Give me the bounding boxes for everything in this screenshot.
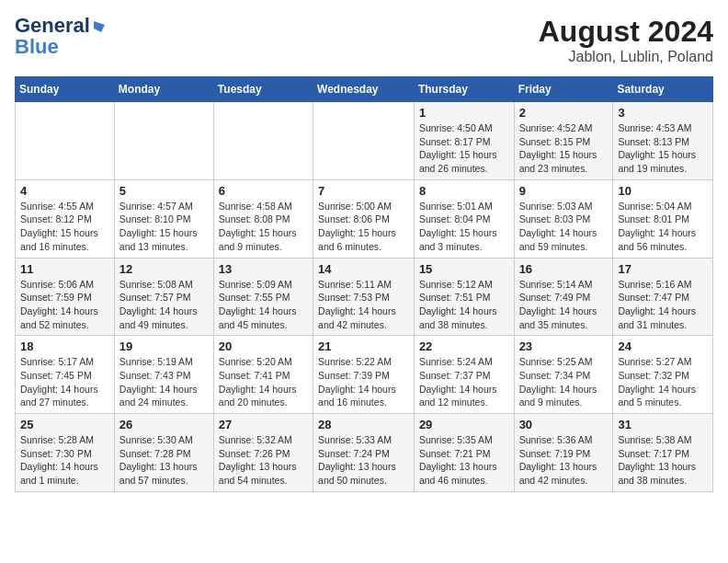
- day-number: 13: [219, 262, 308, 276]
- page-subtitle: Jablon, Lublin, Poland: [539, 49, 713, 65]
- day-info: Sunrise: 5:16 AMSunset: 7:47 PMDaylight:…: [618, 278, 708, 332]
- day-number: 18: [20, 339, 109, 353]
- day-cell: 8Sunrise: 5:01 AMSunset: 8:04 PMDaylight…: [414, 179, 514, 258]
- col-header-tuesday: Tuesday: [213, 77, 313, 102]
- day-number: 30: [519, 418, 609, 431]
- day-info: Sunrise: 5:32 AMSunset: 7:26 PMDaylight:…: [219, 433, 308, 488]
- day-cell: 29Sunrise: 5:35 AMSunset: 7:21 PMDayligh…: [414, 414, 514, 492]
- day-info: Sunrise: 5:14 AMSunset: 7:49 PMDaylight:…: [519, 278, 609, 332]
- day-info: Sunrise: 5:17 AMSunset: 7:45 PMDaylight:…: [20, 355, 109, 409]
- day-info: Sunrise: 5:12 AMSunset: 7:51 PMDaylight:…: [419, 278, 509, 332]
- day-info: Sunrise: 4:52 AMSunset: 8:15 PMDaylight:…: [519, 121, 609, 176]
- day-info: Sunrise: 4:55 AMSunset: 8:12 PMDaylight:…: [20, 200, 109, 254]
- day-cell: 20Sunrise: 5:20 AMSunset: 7:41 PMDayligh…: [213, 336, 313, 414]
- day-info: Sunrise: 5:11 AMSunset: 7:53 PMDaylight:…: [318, 278, 409, 332]
- day-info: Sunrise: 5:04 AMSunset: 8:01 PMDaylight:…: [618, 200, 708, 254]
- day-cell: 2Sunrise: 4:52 AMSunset: 8:15 PMDaylight…: [514, 102, 613, 180]
- day-cell: 28Sunrise: 5:33 AMSunset: 7:24 PMDayligh…: [313, 414, 415, 492]
- day-number: 1: [419, 106, 509, 120]
- day-cell: 25Sunrise: 5:28 AMSunset: 7:30 PMDayligh…: [16, 414, 115, 492]
- page-header: General Blue August 2024 Jablon, Lublin,…: [15, 15, 713, 65]
- day-info: Sunrise: 5:27 AMSunset: 7:32 PMDaylight:…: [618, 355, 708, 409]
- col-header-thursday: Thursday: [414, 77, 514, 102]
- day-info: Sunrise: 5:09 AMSunset: 7:55 PMDaylight:…: [219, 278, 308, 332]
- day-number: 19: [119, 339, 209, 353]
- day-cell: 4Sunrise: 4:55 AMSunset: 8:12 PMDaylight…: [16, 179, 115, 258]
- day-cell: 26Sunrise: 5:30 AMSunset: 7:28 PMDayligh…: [114, 414, 213, 492]
- day-info: Sunrise: 5:24 AMSunset: 7:37 PMDaylight:…: [419, 355, 509, 409]
- day-cell: 16Sunrise: 5:14 AMSunset: 7:49 PMDayligh…: [514, 258, 613, 336]
- week-row-4: 18Sunrise: 5:17 AMSunset: 7:45 PMDayligh…: [16, 336, 713, 414]
- day-number: 8: [419, 184, 509, 198]
- day-number: 12: [119, 262, 209, 276]
- day-cell: 1Sunrise: 4:50 AMSunset: 8:17 PMDaylight…: [414, 102, 514, 180]
- day-number: 4: [20, 184, 109, 198]
- col-header-monday: Monday: [114, 77, 213, 102]
- day-number: 21: [318, 339, 409, 353]
- day-info: Sunrise: 5:28 AMSunset: 7:30 PMDaylight:…: [20, 433, 109, 488]
- day-cell: 10Sunrise: 5:04 AMSunset: 8:01 PMDayligh…: [613, 179, 713, 258]
- day-number: 3: [618, 106, 708, 120]
- day-number: 31: [618, 418, 708, 431]
- day-cell: 5Sunrise: 4:57 AMSunset: 8:10 PMDaylight…: [114, 179, 213, 258]
- day-number: 14: [318, 262, 409, 276]
- day-number: 24: [618, 339, 708, 353]
- day-number: 15: [419, 262, 509, 276]
- day-cell: 13Sunrise: 5:09 AMSunset: 7:55 PMDayligh…: [213, 258, 313, 336]
- day-number: 11: [20, 262, 109, 276]
- logo-blue: Blue: [15, 37, 59, 57]
- day-cell: 18Sunrise: 5:17 AMSunset: 7:45 PMDayligh…: [16, 336, 115, 414]
- day-cell: 24Sunrise: 5:27 AMSunset: 7:32 PMDayligh…: [613, 336, 713, 414]
- day-number: 2: [519, 106, 609, 120]
- day-info: Sunrise: 5:22 AMSunset: 7:39 PMDaylight:…: [318, 355, 409, 409]
- day-cell: 3Sunrise: 4:53 AMSunset: 8:13 PMDaylight…: [613, 102, 713, 180]
- day-cell: 7Sunrise: 5:00 AMSunset: 8:06 PMDaylight…: [313, 179, 415, 258]
- day-number: 28: [318, 418, 409, 431]
- day-number: 7: [318, 184, 409, 198]
- day-cell: 30Sunrise: 5:36 AMSunset: 7:19 PMDayligh…: [514, 414, 613, 492]
- day-info: Sunrise: 5:36 AMSunset: 7:19 PMDaylight:…: [519, 433, 609, 488]
- day-info: Sunrise: 5:20 AMSunset: 7:41 PMDaylight:…: [219, 355, 308, 409]
- day-cell: 14Sunrise: 5:11 AMSunset: 7:53 PMDayligh…: [313, 258, 415, 336]
- day-number: 10: [618, 184, 708, 198]
- day-number: 27: [219, 418, 308, 431]
- logo: General Blue: [15, 15, 107, 57]
- logo-text: General: [15, 15, 107, 37]
- day-info: Sunrise: 4:58 AMSunset: 8:08 PMDaylight:…: [219, 200, 308, 254]
- week-row-5: 25Sunrise: 5:28 AMSunset: 7:30 PMDayligh…: [16, 414, 713, 492]
- day-cell: 11Sunrise: 5:06 AMSunset: 7:59 PMDayligh…: [16, 258, 115, 336]
- day-info: Sunrise: 5:25 AMSunset: 7:34 PMDaylight:…: [519, 355, 609, 409]
- day-cell: 9Sunrise: 5:03 AMSunset: 8:03 PMDaylight…: [514, 179, 613, 258]
- col-header-saturday: Saturday: [613, 77, 713, 102]
- day-cell: 23Sunrise: 5:25 AMSunset: 7:34 PMDayligh…: [514, 336, 613, 414]
- day-info: Sunrise: 5:08 AMSunset: 7:57 PMDaylight:…: [119, 278, 209, 332]
- day-info: Sunrise: 5:01 AMSunset: 8:04 PMDaylight:…: [419, 200, 509, 254]
- col-header-friday: Friday: [514, 77, 613, 102]
- day-info: Sunrise: 4:50 AMSunset: 8:17 PMDaylight:…: [419, 121, 509, 176]
- col-header-wednesday: Wednesday: [313, 77, 415, 102]
- day-info: Sunrise: 4:53 AMSunset: 8:13 PMDaylight:…: [618, 121, 708, 176]
- day-number: 9: [519, 184, 609, 198]
- week-row-1: 1Sunrise: 4:50 AMSunset: 8:17 PMDaylight…: [16, 102, 713, 180]
- day-info: Sunrise: 5:06 AMSunset: 7:59 PMDaylight:…: [20, 278, 109, 332]
- day-number: 6: [219, 184, 308, 198]
- day-info: Sunrise: 4:57 AMSunset: 8:10 PMDaylight:…: [119, 200, 209, 254]
- day-cell: 31Sunrise: 5:38 AMSunset: 7:17 PMDayligh…: [613, 414, 713, 492]
- day-number: 23: [519, 339, 609, 353]
- day-cell: [16, 102, 115, 180]
- svg-marker-0: [94, 21, 105, 32]
- day-info: Sunrise: 5:35 AMSunset: 7:21 PMDaylight:…: [419, 433, 509, 488]
- day-cell: 12Sunrise: 5:08 AMSunset: 7:57 PMDayligh…: [114, 258, 213, 336]
- day-number: 16: [519, 262, 609, 276]
- day-info: Sunrise: 5:33 AMSunset: 7:24 PMDaylight:…: [318, 433, 409, 488]
- day-info: Sunrise: 5:30 AMSunset: 7:28 PMDaylight:…: [119, 433, 209, 488]
- title-block: August 2024 Jablon, Lublin, Poland: [539, 15, 713, 65]
- day-cell: 17Sunrise: 5:16 AMSunset: 7:47 PMDayligh…: [613, 258, 713, 336]
- col-header-sunday: Sunday: [16, 77, 115, 102]
- calendar-table: SundayMondayTuesdayWednesdayThursdayFrid…: [15, 76, 713, 492]
- day-cell: 27Sunrise: 5:32 AMSunset: 7:26 PMDayligh…: [213, 414, 313, 492]
- day-number: 29: [419, 418, 509, 431]
- day-cell: [213, 102, 313, 180]
- day-info: Sunrise: 5:00 AMSunset: 8:06 PMDaylight:…: [318, 200, 409, 254]
- day-info: Sunrise: 5:38 AMSunset: 7:17 PMDaylight:…: [618, 433, 708, 488]
